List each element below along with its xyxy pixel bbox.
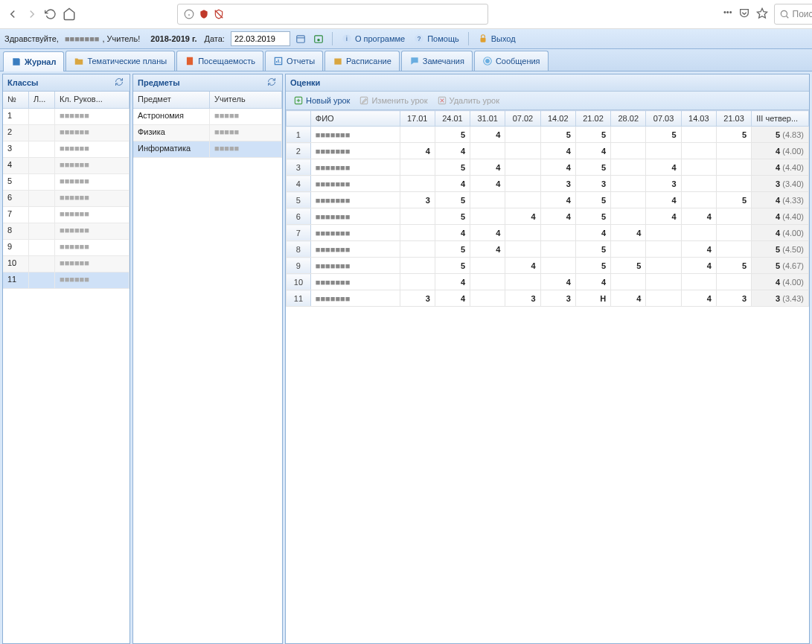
grades-row[interactable]: 11■■■■■■■3433Н4433 (3.43) bbox=[287, 290, 809, 307]
refresh-classes-button[interactable] bbox=[115, 77, 125, 88]
home-button[interactable] bbox=[63, 5, 76, 23]
search-box[interactable]: Поиск bbox=[774, 4, 812, 25]
grade-cell[interactable]: 5 bbox=[575, 258, 610, 274]
grade-cell[interactable]: 4 bbox=[575, 143, 610, 159]
col-date[interactable]: 14.02 bbox=[540, 111, 575, 127]
tab-reports[interactable]: Отчеты bbox=[265, 51, 323, 71]
tab-remarks[interactable]: Замечания bbox=[401, 51, 473, 71]
grade-cell[interactable] bbox=[400, 241, 435, 258]
grade-cell[interactable]: 3 bbox=[540, 290, 575, 307]
grade-cell[interactable] bbox=[505, 159, 540, 176]
grade-cell[interactable] bbox=[540, 258, 575, 274]
tab-journal[interactable]: Журнал bbox=[3, 51, 64, 71]
reload-button[interactable] bbox=[45, 5, 57, 23]
col-teacher[interactable]: Учитель bbox=[210, 92, 282, 108]
grade-cell[interactable]: 4 bbox=[646, 159, 681, 176]
url-bar[interactable] bbox=[177, 4, 488, 25]
grade-cell[interactable] bbox=[505, 225, 540, 241]
grades-row[interactable]: 5■■■■■■■3545454 (4.33) bbox=[287, 192, 809, 208]
grade-cell[interactable] bbox=[681, 192, 716, 208]
col-date[interactable]: 28.02 bbox=[611, 111, 646, 127]
grade-cell[interactable] bbox=[470, 208, 505, 225]
grade-cell[interactable]: 4 bbox=[646, 192, 681, 208]
grade-cell[interactable] bbox=[400, 176, 435, 192]
back-button[interactable] bbox=[6, 5, 19, 23]
grade-cell[interactable]: 5 bbox=[716, 127, 751, 143]
tab-attendance[interactable]: Посещаемость bbox=[176, 51, 263, 71]
grade-cell[interactable]: 4 bbox=[681, 290, 716, 307]
grade-cell[interactable] bbox=[681, 127, 716, 143]
grade-cell[interactable]: 3 bbox=[400, 290, 435, 307]
grade-cell[interactable]: 4 bbox=[540, 274, 575, 290]
class-row[interactable]: 2■■■■■■ bbox=[3, 125, 130, 141]
grades-row[interactable]: 10■■■■■■■4444 (4.00) bbox=[287, 274, 809, 290]
grade-cell[interactable]: 4 bbox=[540, 143, 575, 159]
grade-cell[interactable] bbox=[681, 274, 716, 290]
grade-cell[interactable] bbox=[470, 192, 505, 208]
grade-cell[interactable]: 4 bbox=[540, 208, 575, 225]
grade-cell[interactable]: Н bbox=[575, 290, 610, 307]
grade-cell[interactable]: 3 bbox=[400, 192, 435, 208]
grade-cell[interactable]: 4 bbox=[400, 143, 435, 159]
col-date[interactable]: 31.01 bbox=[470, 111, 505, 127]
grade-cell[interactable] bbox=[505, 176, 540, 192]
grade-cell[interactable] bbox=[646, 143, 681, 159]
grade-cell[interactable]: 4 bbox=[575, 274, 610, 290]
grade-cell[interactable] bbox=[505, 143, 540, 159]
grades-row[interactable]: 3■■■■■■■544544 (4.40) bbox=[287, 159, 809, 176]
col-date[interactable]: 21.03 bbox=[716, 111, 751, 127]
subject-row[interactable]: Информатика■■■■■ bbox=[133, 141, 282, 158]
grade-cell[interactable]: 4 bbox=[646, 208, 681, 225]
grade-cell[interactable]: 4 bbox=[435, 290, 470, 307]
subject-row[interactable]: Физика■■■■■ bbox=[133, 125, 282, 141]
shield-slash-icon[interactable] bbox=[214, 9, 224, 19]
grade-cell[interactable] bbox=[400, 159, 435, 176]
grade-cell[interactable]: 4 bbox=[681, 241, 716, 258]
grade-cell[interactable]: 4 bbox=[470, 127, 505, 143]
grade-cell[interactable]: 4 bbox=[575, 225, 610, 241]
col-date[interactable]: 14.03 bbox=[681, 111, 716, 127]
col-num[interactable]: № bbox=[3, 92, 29, 108]
grade-cell[interactable] bbox=[400, 258, 435, 274]
grade-cell[interactable] bbox=[470, 143, 505, 159]
grade-cell[interactable]: 3 bbox=[540, 176, 575, 192]
grade-cell[interactable] bbox=[681, 143, 716, 159]
class-row[interactable]: 1■■■■■■ bbox=[3, 109, 130, 125]
grade-cell[interactable]: 3 bbox=[575, 176, 610, 192]
grade-cell[interactable] bbox=[540, 225, 575, 241]
grade-cell[interactable]: 5 bbox=[575, 208, 610, 225]
grade-cell[interactable] bbox=[646, 225, 681, 241]
class-row[interactable]: 5■■■■■■ bbox=[3, 174, 130, 191]
class-row[interactable]: 8■■■■■■ bbox=[3, 223, 130, 240]
grade-cell[interactable] bbox=[505, 192, 540, 208]
grade-cell[interactable]: 5 bbox=[435, 159, 470, 176]
grade-cell[interactable]: 3 bbox=[646, 176, 681, 192]
grade-cell[interactable] bbox=[716, 241, 751, 258]
grade-cell[interactable] bbox=[681, 159, 716, 176]
grades-row[interactable]: 2■■■■■■■44444 (4.00) bbox=[287, 143, 809, 159]
grade-cell[interactable] bbox=[716, 176, 751, 192]
grades-row[interactable]: 1■■■■■■■5455555 (4.83) bbox=[287, 127, 809, 143]
new-lesson-button[interactable]: Новый урок bbox=[290, 94, 353, 107]
grade-cell[interactable] bbox=[716, 143, 751, 159]
grade-cell[interactable]: 5 bbox=[435, 258, 470, 274]
pocket-button[interactable] bbox=[738, 7, 750, 21]
forward-button[interactable] bbox=[25, 5, 39, 23]
grade-cell[interactable] bbox=[611, 241, 646, 258]
col-date[interactable]: 21.02 bbox=[575, 111, 610, 127]
grade-cell[interactable]: 4 bbox=[470, 176, 505, 192]
refresh-subjects-button[interactable] bbox=[267, 77, 278, 88]
grade-cell[interactable] bbox=[400, 225, 435, 241]
grade-cell[interactable]: 4 bbox=[611, 225, 646, 241]
grade-cell[interactable] bbox=[470, 258, 505, 274]
col-date[interactable]: 17.01 bbox=[400, 111, 435, 127]
grade-cell[interactable] bbox=[611, 159, 646, 176]
date-picker-button[interactable] bbox=[293, 31, 308, 46]
grade-cell[interactable] bbox=[716, 159, 751, 176]
col-date[interactable]: 07.03 bbox=[646, 111, 681, 127]
info-icon[interactable] bbox=[184, 9, 194, 19]
grades-row[interactable]: 7■■■■■■■44444 (4.00) bbox=[287, 225, 809, 241]
grade-cell[interactable]: 4 bbox=[505, 208, 540, 225]
grade-cell[interactable]: 4 bbox=[470, 225, 505, 241]
about-link[interactable]: i О программе bbox=[339, 34, 408, 44]
